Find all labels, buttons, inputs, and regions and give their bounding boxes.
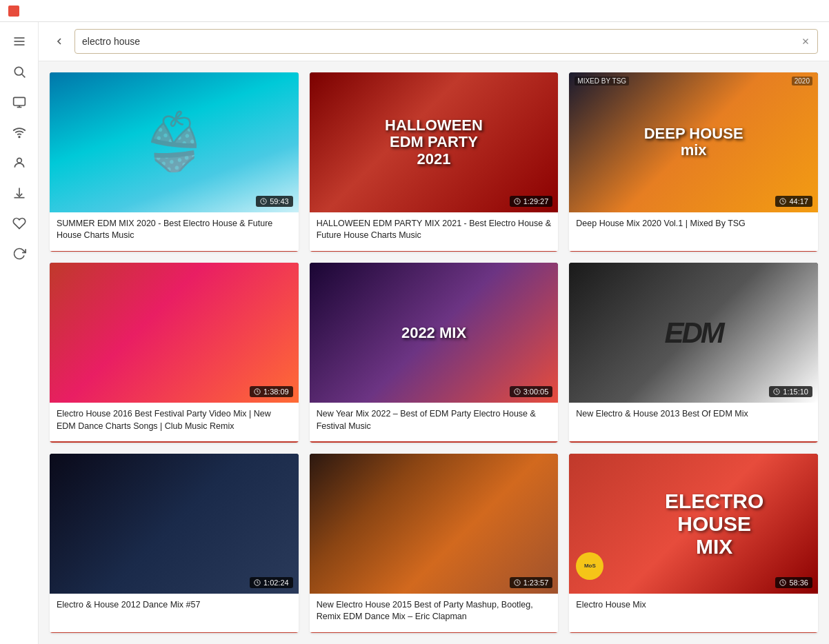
card-meta: DJEkkiMusic 87 mln wyświetleń xyxy=(50,441,299,442)
video-card[interactable]: 2022 MIX 3:00:05 New Year Mix 2022 – Bes… xyxy=(310,263,559,442)
thumb-overlay: 2022 MIX xyxy=(310,263,559,403)
card-info: Electro & House 2012 Dance Mix #57 xyxy=(50,594,299,628)
duration-badge: 58:36 xyxy=(775,577,812,588)
card-info: HALLOWEEN EDM PARTY MIX 2021 - Best Elec… xyxy=(310,212,559,247)
duration-text: 58:36 xyxy=(789,578,808,587)
card-meta: daveepa 1,3 mln wyświetleń xyxy=(50,251,299,252)
sidebar-item-screen[interactable] xyxy=(6,88,33,116)
video-card[interactable]: ELECTROHOUSEMIX 58:36 MoS Electro House … xyxy=(569,454,818,633)
thumbnail: 2022 MIX 3:00:05 xyxy=(310,263,559,403)
duration-badge: 1:23:57 xyxy=(510,577,553,588)
svg-line-4 xyxy=(21,74,25,78)
duration-badge: 44:17 xyxy=(775,196,812,207)
duration-badge: 1:15:10 xyxy=(769,386,812,397)
sidebar-item-search[interactable] xyxy=(6,58,33,85)
card-info: Deep House Mix 2020 Vol.1 | Mixed By TSG xyxy=(569,212,818,247)
search-input[interactable] xyxy=(82,36,801,47)
duration-badge: 1:02:24 xyxy=(250,577,293,588)
svg-point-9 xyxy=(17,158,21,163)
duration-text: 1:02:24 xyxy=(263,578,289,587)
sidebar-item-signal[interactable] xyxy=(6,119,33,146)
video-card[interactable]: 1:38:09 Electro House 2016 Best Festival… xyxy=(50,263,299,442)
thumbnail: MIXED BY TSG2020DEEP HOUSEmix 44:17 xyxy=(569,72,818,212)
card-meta: daveepa 170 tys. wyświetleń xyxy=(310,251,559,252)
thumbnail: EDM 1:15:10 xyxy=(569,263,818,403)
card-title: Electro House 2016 Best Festival Party V… xyxy=(57,408,292,433)
svg-point-3 xyxy=(14,67,23,75)
close-button[interactable] xyxy=(789,0,821,22)
card-title: New Electro House 2015 Best of Party Mas… xyxy=(317,599,552,624)
svg-rect-5 xyxy=(13,97,25,105)
thumbnail: 1:23:57 xyxy=(310,454,559,594)
duration-text: 1:15:10 xyxy=(783,388,808,396)
duration-badge: 1:38:09 xyxy=(250,386,293,397)
app-icon xyxy=(8,6,19,17)
maximize-button[interactable] xyxy=(757,0,789,22)
minimize-button[interactable] xyxy=(726,0,757,22)
video-grid: 👙 59:43 SUMMER EDM MIX 2020 - Best Elect… xyxy=(39,61,829,644)
sidebar-item-refresh[interactable] xyxy=(6,240,33,268)
thumbnail: 1:02:24 xyxy=(50,454,299,594)
card-title: New Electro & House 2013 Best Of EDM Mix xyxy=(576,408,811,433)
video-card[interactable]: 👙 59:43 SUMMER EDM MIX 2020 - Best Elect… xyxy=(50,72,299,252)
sidebar-item-menu[interactable] xyxy=(6,28,33,55)
card-title: HALLOWEEN EDM PARTY MIX 2021 - Best Elec… xyxy=(317,218,552,243)
search-input-wrapper[interactable] xyxy=(74,29,818,54)
sidebar-item-favorites[interactable] xyxy=(6,210,33,237)
search-clear-button[interactable] xyxy=(801,37,810,46)
card-info: SUMMER EDM MIX 2020 - Best Electro House… xyxy=(50,212,299,247)
card-info: Electro House 2016 Best Festival Party V… xyxy=(50,403,299,437)
duration-badge: 59:43 xyxy=(256,196,293,207)
duration-text: 1:23:57 xyxy=(523,578,549,587)
video-card[interactable]: 1:23:57 New Electro House 2015 Best of P… xyxy=(310,454,559,633)
card-info: New Year Mix 2022 – Best of EDM Party El… xyxy=(310,403,559,437)
back-button[interactable] xyxy=(50,32,69,51)
duration-text: 3:00:05 xyxy=(523,388,549,396)
title-bar-controls xyxy=(726,0,821,22)
thumb-overlay: HALLOWEENEDM PARTY2021 xyxy=(310,72,559,212)
card-info: New Electro & House 2013 Best Of EDM Mix xyxy=(569,403,818,437)
card-info: Electro House Mix xyxy=(569,594,818,628)
duration-badge: 3:00:05 xyxy=(510,386,553,397)
duration-badge: 1:29:27 xyxy=(510,196,553,207)
thumbnail: 1:38:09 xyxy=(50,263,299,403)
sidebar-item-download[interactable] xyxy=(6,179,33,207)
thumbnail: 👙 59:43 xyxy=(50,72,299,212)
title-bar-left xyxy=(8,6,25,17)
thumbnail: ELECTROHOUSEMIX 58:36 MoS xyxy=(569,454,818,594)
svg-point-8 xyxy=(19,137,20,138)
thumb-overlay: DEEP HOUSEmix xyxy=(569,72,818,212)
duration-text: 59:43 xyxy=(270,197,289,205)
card-title: Deep House Mix 2020 Vol.1 | Mixed By TSG xyxy=(576,218,811,243)
video-card[interactable]: MIXED BY TSG2020DEEP HOUSEmix 44:17 Deep… xyxy=(569,72,818,252)
video-card[interactable]: HALLOWEENEDM PARTY2021 1:29:27 HALLOWEEN… xyxy=(310,72,559,252)
card-title: New Year Mix 2022 – Best of EDM Party El… xyxy=(317,408,552,433)
thumbnail: HALLOWEENEDM PARTY2021 1:29:27 xyxy=(310,72,559,212)
duration-text: 1:29:27 xyxy=(523,197,549,205)
search-bar xyxy=(39,22,829,61)
main-content: 👙 59:43 SUMMER EDM MIX 2020 - Best Elect… xyxy=(39,22,829,644)
card-meta: ElectroDanceMixes 2,8 mln wyświetleń xyxy=(310,441,559,442)
video-card[interactable]: 1:02:24 Electro & House 2012 Dance Mix #… xyxy=(50,454,299,633)
card-title: SUMMER EDM MIX 2020 - Best Electro House… xyxy=(57,218,292,243)
card-title: Electro & House 2012 Dance Mix #57 xyxy=(57,599,292,624)
card-meta: DONT BLINK 8,1 mln wyświetleń xyxy=(569,441,818,442)
card-meta: Eric Clapman ... xyxy=(310,632,559,633)
card-meta: Ministry of Sound ... xyxy=(569,632,818,633)
sidebar-item-user[interactable] xyxy=(6,149,33,177)
card-info: New Electro House 2015 Best of Party Mas… xyxy=(310,594,559,628)
card-meta: TSG Music 35 mln wyświetleń xyxy=(569,251,818,252)
card-meta: DONT BLINK ... xyxy=(50,632,299,633)
video-card[interactable]: EDM 1:15:10 New Electro & House 2013 Bes… xyxy=(569,263,818,442)
mos-badge: MoS xyxy=(576,552,603,580)
app-body: 👙 59:43 SUMMER EDM MIX 2020 - Best Elect… xyxy=(0,22,829,644)
sidebar xyxy=(0,22,39,644)
duration-text: 44:17 xyxy=(789,197,808,205)
thumb-overlay: EDM xyxy=(569,263,818,403)
title-bar xyxy=(0,0,829,22)
card-title: Electro House Mix xyxy=(576,599,811,624)
thumb-overlay: ELECTROHOUSEMIX xyxy=(569,454,818,594)
duration-text: 1:38:09 xyxy=(263,388,289,396)
